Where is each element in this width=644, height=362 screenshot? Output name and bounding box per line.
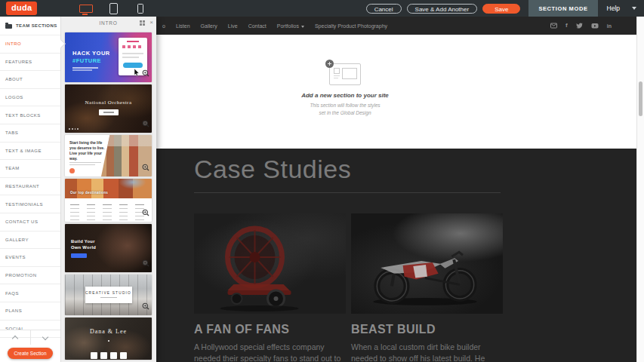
- section-layout-icon: [329, 63, 361, 85]
- nav-item-partial[interactable]: o: [162, 23, 165, 29]
- sidebar-item-about[interactable]: ABOUT: [0, 71, 60, 89]
- add-section-placeholder[interactable]: Add a new section to your site This sect…: [285, 63, 405, 117]
- scrollbar-thumb[interactable]: [639, 81, 642, 116]
- twitter-icon[interactable]: [576, 23, 583, 29]
- thumb-dot: [108, 340, 109, 342]
- thumb-title: Dana & Lee: [65, 328, 152, 335]
- page-scrollbar[interactable]: [636, 17, 644, 362]
- zoom-preview-icon[interactable]: [142, 206, 149, 219]
- sidebar-item-logos[interactable]: LOGOS: [0, 89, 60, 107]
- nav-item-listen[interactable]: Listen: [176, 23, 190, 29]
- zoom-preview-icon[interactable]: [142, 161, 149, 174]
- thumb-text-bar: [69, 164, 95, 165]
- scroll-up-button[interactable]: [0, 330, 30, 345]
- sidebar-item-plans[interactable]: PLANS: [0, 302, 60, 321]
- create-section-button[interactable]: Create Section: [8, 348, 53, 359]
- thumbnail-national-orchestra[interactable]: National Orchestra: [65, 84, 152, 133]
- thumb-table: [67, 201, 149, 219]
- sidebar-item-text-image[interactable]: TEXT & IMAGE: [0, 143, 60, 161]
- section-preview-panel: INTRO × HACK YOUR #FUTURE Natio: [60, 17, 156, 362]
- help-label: Help: [607, 5, 620, 12]
- chevron-down-icon: [42, 333, 48, 339]
- sidebar-item-faqs[interactable]: FAQS: [0, 284, 60, 302]
- sidebar-header: TEAM SECTIONS: [0, 17, 60, 35]
- chevron-up-icon: [12, 336, 18, 342]
- nav-item-specialty[interactable]: Specialty Product Photography: [315, 23, 387, 29]
- heading-divider: [194, 192, 501, 193]
- device-switcher: [78, 0, 149, 17]
- sidebar-item-testimonials[interactable]: TESTIMONIALS: [0, 195, 60, 213]
- close-icon[interactable]: ×: [149, 18, 153, 27]
- sidebar-item-text-blocks[interactable]: TEXT BLOCKS: [0, 106, 60, 124]
- zoom-preview-icon[interactable]: [142, 117, 149, 130]
- cancel-button[interactable]: Cancel: [366, 4, 402, 14]
- chevron-down-icon: [632, 7, 636, 10]
- case-study-title: A FAN OF FANS: [194, 323, 346, 336]
- email-icon[interactable]: [550, 23, 557, 29]
- fan-image: [194, 213, 346, 314]
- site-nav-bar: o Listen Gallery Live Contact Portfolios…: [156, 17, 637, 35]
- zoom-preview-icon[interactable]: [142, 256, 149, 270]
- thumbnail-top-destinations[interactable]: Our top destinations: [65, 179, 152, 222]
- add-section-area: Add a new section to your site This sect…: [156, 35, 637, 149]
- thumb-title: Start living the life you deserve to liv…: [69, 140, 106, 161]
- mobile-device-button[interactable]: [132, 0, 149, 17]
- thumb-title: CREATIVE STUDIO: [85, 291, 132, 295]
- zoom-preview-icon[interactable]: [142, 299, 149, 313]
- thumb-text-bar: [69, 162, 101, 163]
- sidebar-item-tabs[interactable]: TABS: [0, 124, 60, 143]
- bike-image: [351, 213, 503, 314]
- thumb-countdown: [91, 352, 127, 359]
- case-study-body: When a local custom dirt bike builder ne…: [351, 342, 501, 362]
- folder-icon: [5, 24, 12, 29]
- add-badge-icon: [325, 60, 334, 68]
- sidebar-item-restaurant[interactable]: RESTAURANT: [0, 178, 60, 196]
- help-menu[interactable]: Help: [607, 5, 636, 12]
- sidebar-item-promotion[interactable]: PROMOTION: [0, 267, 60, 285]
- case-study-columns: A FAN OF FANS A Hollywood special effect…: [194, 213, 637, 362]
- thumbnail-live-your-way[interactable]: Start living the life you deserve to liv…: [65, 135, 152, 176]
- linkedin-icon[interactable]: in: [607, 23, 612, 29]
- sidebar-pager: [0, 330, 60, 345]
- thumbnail-build-your-own-world[interactable]: Build Your Own World: [65, 224, 152, 272]
- social-icons: f in: [550, 17, 612, 35]
- case-study-body: A Hollywood special effects company need…: [194, 342, 344, 362]
- thumb-text-bar: [72, 69, 92, 71]
- section-heading: Case Studies: [194, 155, 637, 184]
- thumb-overlay-card: CREATIVE STUDIO: [85, 287, 132, 303]
- thumb-photo: [65, 179, 152, 198]
- thumbnail-hack-your-future[interactable]: HACK YOUR #FUTURE: [65, 32, 152, 82]
- cursor-pointer-icon: [134, 66, 140, 79]
- sidebar-item-contact-us[interactable]: CONTACT US: [0, 213, 60, 232]
- duda-logo[interactable]: duda: [6, 2, 37, 15]
- sidebar-title: TEAM SECTIONS: [16, 23, 57, 28]
- sidebar-item-events[interactable]: EVENTS: [0, 249, 60, 267]
- facebook-icon[interactable]: f: [565, 23, 568, 29]
- thumbnail-dana-and-lee[interactable]: Dana & Lee: [65, 318, 152, 360]
- sidebar-category-list: INTRO FEATURES ABOUT LOGOS TEXT BLOCKS T…: [0, 35, 60, 338]
- scroll-down-button[interactable]: [30, 330, 61, 345]
- thumbnail-creative-studio[interactable]: CREATIVE STUDIO: [65, 275, 152, 315]
- sidebar-item-features[interactable]: FEATURES: [0, 54, 60, 72]
- nav-item-contact[interactable]: Contact: [248, 23, 267, 29]
- nav-item-live[interactable]: Live: [228, 23, 238, 29]
- zoom-preview-icon[interactable]: [142, 66, 149, 80]
- nav-item-portfolios[interactable]: Portfolios: [277, 23, 304, 29]
- save-button[interactable]: Save: [482, 4, 520, 14]
- case-study-bike: BEAST BUILD When a local custom dirt bik…: [351, 213, 503, 362]
- sidebar-item-team[interactable]: TEAM: [0, 160, 60, 178]
- sidebar-item-gallery[interactable]: GALLERY: [0, 232, 60, 250]
- thumb-title: Build Your: [71, 239, 95, 244]
- tablet-icon: [109, 3, 118, 14]
- panel-title: INTRO: [99, 20, 117, 26]
- grid-view-icon[interactable]: [140, 20, 145, 26]
- nav-item-gallery[interactable]: Gallery: [201, 23, 217, 29]
- youtube-icon[interactable]: [591, 23, 599, 29]
- desktop-device-button[interactable]: [78, 0, 94, 17]
- sidebar-item-intro[interactable]: INTRO: [0, 35, 60, 54]
- chevron-down-icon: [301, 26, 304, 28]
- placeholder-subtext: This section will follow the styles set …: [285, 102, 405, 117]
- site-canvas: o Listen Gallery Live Contact Portfolios…: [156, 17, 637, 362]
- tablet-device-button[interactable]: [105, 0, 122, 17]
- save-add-another-button[interactable]: Save & Add Another: [407, 4, 478, 14]
